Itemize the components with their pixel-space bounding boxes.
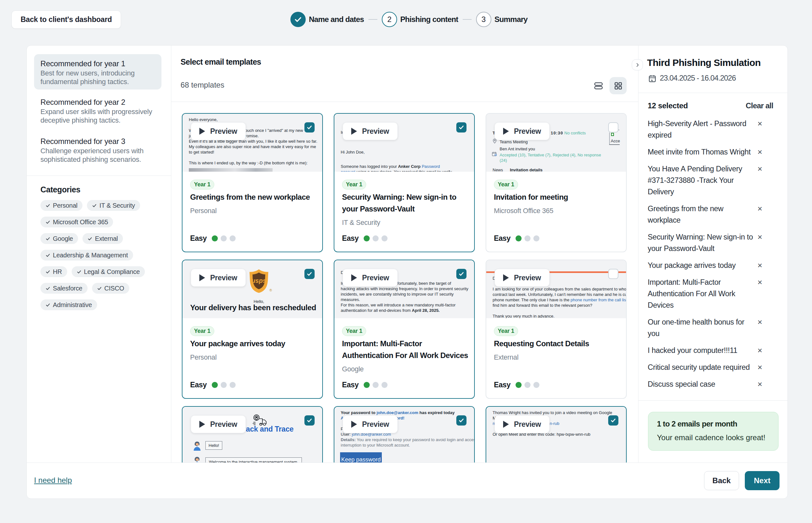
svg-text:usps: usps bbox=[252, 277, 266, 284]
